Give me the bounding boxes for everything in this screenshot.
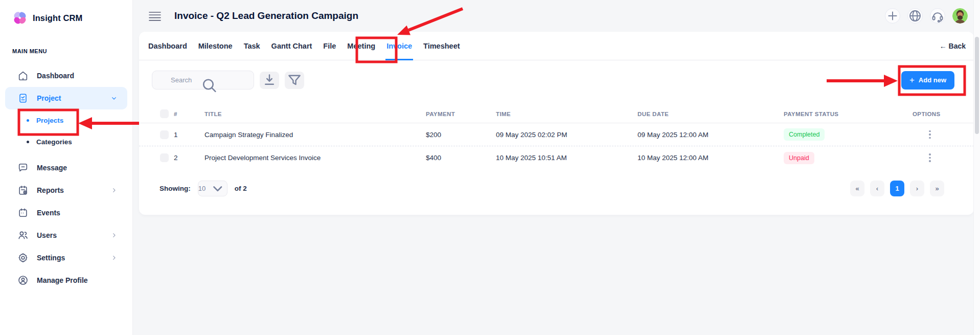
- chevron-down-icon: [110, 94, 118, 102]
- sidebar-item-label: Reports: [37, 186, 64, 194]
- table-header-row: # TITLE PAYMENT TIME DUE DATE PAYMENT ST…: [139, 105, 974, 123]
- add-new-label: Add new: [919, 76, 946, 84]
- sidebar-item-project[interactable]: Project: [5, 87, 127, 109]
- plus-icon: +: [909, 76, 915, 84]
- main-area: Invoice - Q2 Lead Generation Campaign: [133, 0, 980, 335]
- app-logo[interactable]: Insight CRM: [0, 0, 132, 26]
- cell-time: 10 May 2025 10:51 AM: [496, 154, 637, 162]
- sidebar-item-label: Dashboard: [37, 72, 74, 80]
- showing-label: Showing:: [159, 185, 191, 192]
- sidebar-item-label: Message: [37, 164, 67, 172]
- sidebar-item-label: Settings: [37, 254, 65, 262]
- row-options-button[interactable]: [926, 128, 934, 141]
- tab-meeting[interactable]: Meeting: [346, 32, 376, 60]
- tab-milestone[interactable]: Milestone: [197, 32, 234, 60]
- sidebar-item-projects[interactable]: Projects: [0, 109, 132, 131]
- column-header-payment-status: PAYMENT STATUS: [784, 111, 913, 117]
- sidebar-item-dashboard[interactable]: Dashboard: [5, 64, 127, 87]
- cell-index: 1: [174, 131, 204, 139]
- cell-due-date: 09 May 2025 12:00 AM: [637, 131, 784, 139]
- row-options-button[interactable]: [926, 151, 934, 164]
- user-avatar[interactable]: [952, 8, 968, 24]
- sidebar-nav: Dashboard Project Projects Categories Me…: [0, 61, 132, 295]
- page-size-select[interactable]: 10: [198, 181, 227, 196]
- filter-button[interactable]: [285, 72, 304, 89]
- cell-time: 09 May 2025 02:02 PM: [496, 131, 637, 139]
- events-icon: [17, 207, 29, 218]
- add-new-button[interactable]: + Add new: [901, 71, 954, 90]
- table-row: 1 Campaign Strategy Finalized $200 09 Ma…: [139, 123, 974, 146]
- page-size-value: 10: [198, 185, 206, 192]
- page-title: Invoice - Q2 Lead Generation Campaign: [174, 10, 358, 21]
- invoice-table: # TITLE PAYMENT TIME DUE DATE PAYMENT ST…: [139, 105, 974, 169]
- sidebar-item-message[interactable]: Message: [5, 157, 127, 179]
- cell-payment: $400: [426, 154, 496, 162]
- sidebar-item-label: Categories: [36, 138, 72, 146]
- tab-gantt-chart[interactable]: Gantt Chart: [270, 32, 313, 60]
- row-checkbox[interactable]: [160, 153, 169, 162]
- chevron-down-icon: [209, 181, 227, 196]
- tab-task[interactable]: Task: [243, 32, 261, 60]
- total-count-label: of 2: [235, 185, 247, 192]
- search-icon: [158, 76, 260, 95]
- pagination-next-button[interactable]: ›: [910, 181, 924, 196]
- tabs-row: Dashboard Milestone Task Gantt Chart Fil…: [139, 32, 974, 60]
- row-checkbox[interactable]: [160, 130, 169, 139]
- content-card: Dashboard Milestone Task Gantt Chart Fil…: [139, 32, 974, 215]
- tab-timesheet[interactable]: Timesheet: [422, 32, 461, 60]
- scrollbar-track[interactable]: [973, 0, 980, 335]
- column-header-options: OPTIONS: [913, 111, 976, 117]
- sidebar-item-manage-profile[interactable]: Manage Profile: [5, 269, 127, 292]
- table-row: 2 Project Development Services Invoice $…: [139, 146, 974, 169]
- sidebar-item-categories[interactable]: Categories: [0, 131, 132, 152]
- cell-title: Campaign Strategy Finalized: [204, 131, 426, 139]
- pagination-page-1-button[interactable]: 1: [890, 181, 904, 196]
- headset-icon[interactable]: [930, 8, 945, 24]
- logo-icon: [12, 10, 28, 26]
- tab-dashboard[interactable]: Dashboard: [147, 32, 188, 60]
- topbar: Invoice - Q2 Lead Generation Campaign: [133, 0, 980, 32]
- add-icon[interactable]: [885, 8, 900, 24]
- sidebar-section-label: MAIN MENU: [12, 48, 132, 54]
- users-icon: [17, 230, 29, 241]
- sidebar-item-events[interactable]: Events: [5, 202, 127, 224]
- select-all-checkbox[interactable]: [160, 109, 169, 118]
- column-header-due-date: DUE DATE: [637, 111, 784, 117]
- pagination: « ‹ 1 › »: [850, 181, 944, 196]
- sidebar-item-reports[interactable]: Reports: [5, 179, 127, 202]
- back-button[interactable]: ← Back: [940, 42, 966, 50]
- status-badge: Completed: [784, 128, 825, 141]
- filter-icon: [285, 72, 304, 89]
- home-icon: [17, 70, 29, 81]
- sidebar-item-settings[interactable]: Settings: [5, 247, 127, 269]
- gear-icon: [17, 252, 29, 263]
- bullet-icon: [27, 119, 29, 122]
- hamburger-menu-icon[interactable]: [148, 10, 162, 21]
- reports-icon: [17, 185, 29, 196]
- cell-due-date: 10 May 2025 12:00 AM: [637, 154, 784, 162]
- sidebar-item-label: Projects: [36, 117, 63, 124]
- toolbar: + Add new: [139, 71, 974, 90]
- cell-payment-status: Unpaid: [784, 152, 913, 164]
- tab-file[interactable]: File: [322, 32, 337, 60]
- cell-payment-status: Completed: [784, 128, 913, 141]
- chevron-right-icon: [110, 231, 118, 239]
- sidebar-item-label: Users: [37, 231, 57, 239]
- app-name: Insight CRM: [33, 13, 82, 23]
- column-header-title: TITLE: [204, 111, 426, 117]
- scrollbar-thumb[interactable]: [975, 37, 979, 134]
- sidebar-item-label: Manage Profile: [37, 276, 88, 284]
- profile-icon: [17, 275, 29, 286]
- chevron-right-icon: [110, 254, 118, 262]
- export-button[interactable]: [260, 72, 279, 89]
- pagination-prev-button[interactable]: ‹: [870, 181, 884, 196]
- tab-invoice[interactable]: Invoice: [385, 32, 413, 60]
- download-icon: [260, 72, 279, 89]
- pagination-first-button[interactable]: «: [850, 181, 864, 196]
- pagination-last-button[interactable]: »: [930, 181, 944, 196]
- sidebar-item-users[interactable]: Users: [5, 224, 127, 247]
- status-badge: Unpaid: [784, 152, 814, 164]
- globe-icon[interactable]: [907, 8, 923, 24]
- column-header-index: #: [174, 111, 204, 117]
- search-box: [152, 71, 254, 90]
